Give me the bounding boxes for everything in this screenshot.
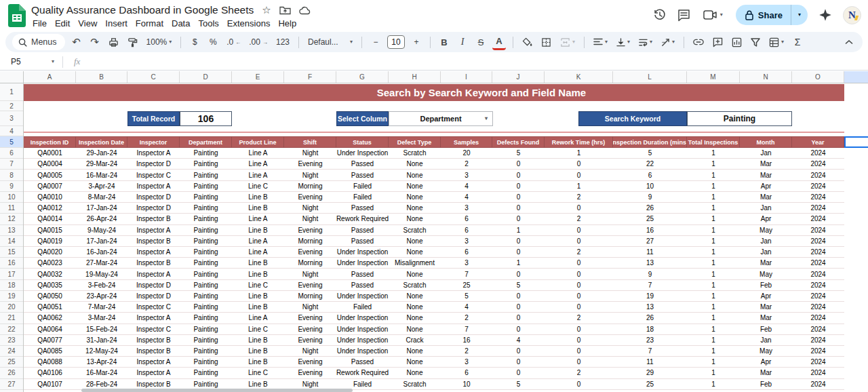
row-header-12[interactable]: 12 [0, 214, 23, 224]
table-cell[interactable]: 1 [687, 258, 740, 268]
row-header-25[interactable]: 25 [0, 357, 23, 368]
table-header-cell[interactable]: Total Inspections [687, 136, 740, 148]
table-cell[interactable]: None [389, 236, 441, 246]
table-cell[interactable]: 6 [613, 170, 687, 180]
table-cell[interactable]: 26 [613, 313, 687, 323]
column-header-F[interactable]: F [284, 71, 336, 83]
row-header-16[interactable]: 16 [0, 258, 23, 269]
table-cell[interactable]: Painting [180, 148, 232, 158]
strikethrough-button[interactable]: S [474, 34, 488, 50]
table-cell[interactable]: Evening [284, 368, 336, 378]
table-cell[interactable]: Evening [284, 324, 336, 334]
table-cell[interactable]: 19 [613, 291, 687, 301]
table-cell[interactable]: Night [284, 302, 336, 312]
table-cell[interactable]: 3 [441, 236, 492, 246]
video-call-caret-icon[interactable]: ▾ [720, 12, 723, 18]
table-cell[interactable]: 0 [492, 236, 545, 246]
table-cell[interactable]: Inspector C [127, 302, 180, 312]
table-cell[interactable]: 2024 [792, 148, 844, 158]
table-cell[interactable]: 11 [613, 247, 687, 257]
table-cell[interactable]: Line A [232, 236, 284, 246]
document-title[interactable]: Quality Assurance Dashboard in Google Sh… [31, 4, 254, 16]
table-cell[interactable]: QA0023 [24, 258, 76, 268]
row-header-8[interactable]: 8 [0, 170, 23, 180]
selected-cell-P5[interactable] [844, 136, 868, 148]
table-cell[interactable]: 0 [545, 324, 613, 334]
table-cell[interactable]: Night [284, 203, 336, 213]
table-cell[interactable]: Inspector A [127, 225, 180, 235]
table-cell[interactable]: Inspector D [127, 159, 180, 169]
table-cell[interactable]: 6 [441, 225, 492, 235]
table-cell[interactable]: Inspector B [127, 214, 180, 224]
table-cell[interactable]: Under Inspection [336, 291, 389, 301]
table-cell[interactable]: Under Inspection [336, 346, 389, 356]
table-cell[interactable]: QA0107 [24, 379, 76, 389]
table-cell[interactable]: QA0035 [24, 280, 76, 290]
table-cell[interactable]: Passed [336, 203, 389, 213]
table-cell[interactable]: 11 [613, 357, 687, 367]
table-cell[interactable]: 6 [441, 214, 492, 224]
vertical-align-button[interactable]: ▾ [614, 34, 632, 50]
table-cell[interactable]: Line A [232, 247, 284, 257]
table-cell[interactable]: Scratch [389, 225, 441, 235]
row-header-2[interactable]: 2 [0, 101, 23, 111]
table-cell[interactable]: Painting [180, 335, 232, 345]
table-cell[interactable]: Rework Required [336, 368, 389, 378]
table-cell[interactable]: Line B [232, 192, 284, 202]
table-cell[interactable]: Night [284, 346, 336, 356]
table-cell[interactable]: Painting [180, 324, 232, 334]
table-cell[interactable]: 2024 [792, 346, 844, 356]
table-header-cell[interactable]: Status [336, 136, 389, 148]
table-cell[interactable]: Under Inspection [336, 258, 389, 268]
table-cell[interactable]: Mar [740, 258, 792, 268]
table-cell[interactable]: 13 [613, 258, 687, 268]
table-cell[interactable]: 15-Feb-24 [76, 324, 127, 334]
table-cell[interactable]: 3 [441, 203, 492, 213]
share-dropdown-button[interactable]: ▾ [791, 5, 808, 25]
table-cell[interactable]: 0 [492, 181, 545, 191]
table-cell[interactable]: QA0077 [24, 335, 76, 345]
table-cell[interactable]: Inspector A [127, 357, 180, 367]
table-cell[interactable]: Line B [232, 379, 284, 389]
table-cell[interactable]: QA0014 [24, 214, 76, 224]
table-cell[interactable]: 1 [492, 258, 545, 268]
table-cell[interactable]: Inspector A [127, 269, 180, 279]
table-cell[interactable]: 0 [545, 170, 613, 180]
table-cell[interactable]: 4 [441, 302, 492, 312]
table-cell[interactable]: 9-May-24 [76, 225, 127, 235]
table-header-cell[interactable]: Inspector [127, 136, 180, 148]
table-cell[interactable]: Feb [740, 280, 792, 290]
table-cell[interactable]: Evening [284, 357, 336, 367]
table-cell[interactable]: QA0032 [24, 269, 76, 279]
column-header-J[interactable]: J [492, 71, 545, 83]
table-cell[interactable]: 1 [545, 148, 613, 158]
hide-toolbar-button[interactable] [842, 34, 856, 50]
table-cell[interactable]: 2024 [792, 324, 844, 334]
table-cell[interactable]: Night [284, 269, 336, 279]
table-header-cell[interactable]: Rework Time (hrs) [545, 136, 613, 148]
table-cell[interactable]: Under Inspection [336, 324, 389, 334]
table-cell[interactable]: QA0050 [24, 291, 76, 301]
table-cell[interactable]: 2024 [792, 225, 844, 235]
table-cell[interactable]: 13 [613, 302, 687, 312]
table-cell[interactable]: Crack [389, 335, 441, 345]
table-cell[interactable]: 1 [687, 335, 740, 345]
table-cell[interactable]: Evening [284, 313, 336, 323]
table-cell[interactable]: 1 [687, 214, 740, 224]
table-cell[interactable]: QA0020 [24, 247, 76, 257]
google-sheets-logo-icon[interactable] [8, 4, 26, 27]
table-cell[interactable]: 2024 [792, 280, 844, 290]
table-cell[interactable]: Line B [232, 269, 284, 279]
table-cell[interactable]: Painting [180, 313, 232, 323]
menu-help[interactable]: Help [274, 18, 300, 29]
table-cell[interactable]: 2 [441, 159, 492, 169]
table-cell[interactable]: Painting [180, 247, 232, 257]
table-cell[interactable]: 2024 [792, 357, 844, 367]
table-cell[interactable]: 1 [687, 302, 740, 312]
table-cell[interactable]: Line B [232, 357, 284, 367]
table-header-cell[interactable]: Samples [441, 136, 492, 148]
name-box[interactable]: P5 ▾ [0, 57, 60, 66]
table-cell[interactable]: Line B [232, 225, 284, 235]
table-cell[interactable]: 0 [492, 368, 545, 378]
table-cell[interactable]: 7 [441, 269, 492, 279]
